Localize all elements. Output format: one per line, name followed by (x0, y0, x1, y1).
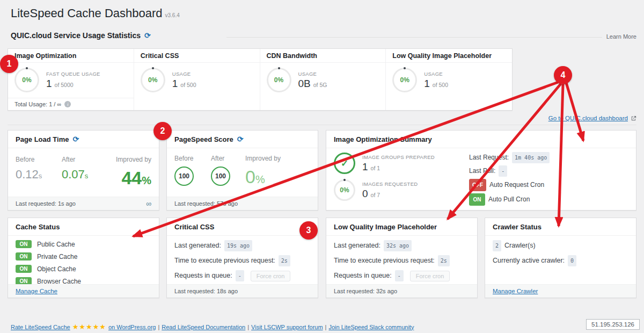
refresh-icon[interactable]: ⟳ (144, 32, 151, 39)
last-requested: Last requested: 57s ago (174, 200, 238, 207)
queue-row: Requests in queue: - Force cron (334, 270, 470, 281)
improved-unit: % (255, 173, 265, 185)
on-badge: ON (16, 252, 32, 260)
exec-time-value: 2s (279, 255, 290, 266)
star-rating-icon: ★★★★★ (72, 323, 106, 331)
before-unit: s (39, 172, 42, 180)
usage-label: USAGE (424, 71, 448, 77)
usage-value: 1 (172, 78, 178, 90)
usage-value: 0B (298, 78, 311, 90)
usage-label: USAGE (298, 71, 327, 77)
chain-link-icon[interactable]: ∞ (146, 200, 151, 207)
card-title: Cache Status (16, 223, 60, 231)
usage-percent: 0% (22, 76, 31, 84)
page-title-text: LiteSpeed Cache Dashboard (11, 6, 163, 20)
gauge-dot-icon (26, 67, 28, 69)
annotation-step-4: 4 (554, 66, 572, 84)
groups-value: 1 (362, 161, 368, 173)
after-metric: After 100 (211, 155, 245, 187)
auto-request-cron-label: Auto Request Cron (489, 180, 544, 190)
rate-plugin-link[interactable]: Rate LiteSpeed Cache (11, 324, 70, 330)
last-request-row: Last Request: 1m 40s ago (469, 152, 550, 163)
status-bar-ip: 51.195.253.126 (586, 319, 640, 330)
card-title: PageSpeed Score (174, 135, 233, 143)
queue-value: - (395, 270, 404, 281)
learn-more-link[interactable]: Learn More (606, 33, 636, 40)
last-pull-row: Last Pull: - (469, 165, 550, 177)
active-crawler-label: Currently active crawler: (493, 256, 565, 266)
on-badge: ON (469, 193, 485, 206)
usage-col-critical-css: Critical CSS 0% USAGE 1 of 500 (134, 49, 260, 110)
usage-gauge: 0% (267, 68, 291, 92)
last-generated-value: 19s ago (224, 240, 252, 251)
support-forum-link[interactable]: Visit LSCWP support forum (251, 324, 323, 330)
off-badge: OFF (469, 179, 486, 191)
before-metric: Before 0.12s (16, 156, 62, 189)
cache-status-card: Cache Status ON Public Cache ON Private … (8, 218, 159, 298)
before-value: 0.12 (16, 168, 39, 181)
after-value: 0.07 (62, 168, 85, 181)
exec-time-label: Time to execute previous request: (334, 256, 435, 266)
usage-section-header: QUIC.cloud Service Usage Statistics ⟳ (11, 31, 151, 40)
last-requested: Last requested: 32s ago (334, 288, 397, 294)
page-load-time-card: Page Load Time ⟳ Before 0.12s After 0.07… (8, 130, 159, 211)
total-usage-row: Total Usage: 1 / ∞ i (8, 98, 134, 110)
info-icon[interactable]: i (64, 101, 71, 107)
image-groups-prepared: ✓ IMAGE GROUPS PREPARED 1 of 1 (334, 153, 435, 174)
last-pull-value: - (499, 165, 507, 177)
before-label: Before (174, 155, 211, 162)
separator: | (325, 324, 327, 330)
after-unit: s (85, 172, 89, 180)
after-label: After (62, 156, 108, 163)
check-circle-icon: ✓ (334, 153, 355, 174)
after-label: After (211, 155, 245, 162)
refresh-icon[interactable]: ⟳ (237, 135, 244, 143)
groups-label: IMAGE GROUPS PREPARED (362, 154, 435, 160)
cache-item-private: ON Private Cache (16, 252, 151, 260)
usage-limit: of 500 (433, 82, 448, 88)
force-cron-button[interactable]: Force cron (410, 271, 450, 281)
images-percent: 0% (340, 186, 349, 194)
manage-crawler-link[interactable]: Manage Crawler (493, 288, 538, 294)
gauge-dot-icon (278, 67, 280, 69)
crawler-count-value: 2 (493, 240, 501, 251)
images-value: 0 (362, 188, 368, 200)
usage-col-title: CDN Bandwidth (260, 49, 386, 63)
documentation-link[interactable]: Read LiteSpeed Documentation (162, 324, 245, 330)
exec-time-row: Time to execute previous request: 2s (174, 255, 310, 266)
cache-item-object: ON Object Cache (16, 265, 151, 273)
auto-pull-cron-row: ON Auto Pull Cron (469, 193, 550, 206)
critical-css-card: Critical CSS Last generated: 19s ago Tim… (166, 218, 318, 298)
on-badge: ON (16, 265, 32, 273)
last-requested: Last requested: 1s ago (16, 200, 76, 207)
last-generated-label: Last generated: (174, 241, 221, 251)
total-usage-text: Total Usage: 1 / ∞ (14, 101, 61, 107)
before-metric: Before 100 (174, 155, 211, 187)
queue-row: Requests in queue: - Force cron (174, 270, 310, 281)
usage-limit: of 5G (313, 82, 327, 88)
wordpress-org-link[interactable]: on WordPress.org (108, 324, 156, 330)
refresh-icon[interactable]: ⟳ (72, 135, 79, 143)
slack-community-link[interactable]: Join LiteSpeed Slack community (328, 324, 414, 330)
images-requested: 0% IMAGES REQUESTED 0 of 7 (334, 179, 435, 201)
image-optimization-summary-card: Image Optimization Summary ✓ IMAGE GROUP… (326, 130, 636, 211)
last-generated-row: Last generated: 32s ago (334, 240, 470, 251)
usage-value: 1 (424, 78, 430, 90)
after-metric: After 0.07s (62, 156, 108, 189)
manage-cache-link[interactable]: Manage Cache (16, 288, 57, 294)
improved-unit: % (142, 175, 151, 186)
usage-value: 1 (46, 78, 52, 90)
last-pull-label: Last Pull: (469, 166, 495, 176)
improved-label: Improved by (245, 155, 281, 162)
usage-col-title: Critical CSS (134, 49, 260, 63)
last-generated-row: Last generated: 19s ago (174, 240, 310, 251)
force-cron-button[interactable]: Force cron (251, 271, 291, 281)
goto-quic-dashboard[interactable]: Go to QUIC.cloud dashboard (548, 115, 636, 121)
usage-percent: 0% (148, 76, 157, 84)
cache-item-label: Object Cache (37, 265, 76, 273)
gauge-dot-icon (404, 67, 406, 69)
usage-col-lqip: Low Quality Image Placeholder 0% USAGE 1… (386, 49, 512, 110)
goto-quic-dashboard-link[interactable]: Go to QUIC.cloud dashboard (548, 115, 628, 121)
usage-label: FAST QUEUE USAGE (46, 71, 100, 77)
last-generated-label: Last generated: (334, 241, 380, 251)
